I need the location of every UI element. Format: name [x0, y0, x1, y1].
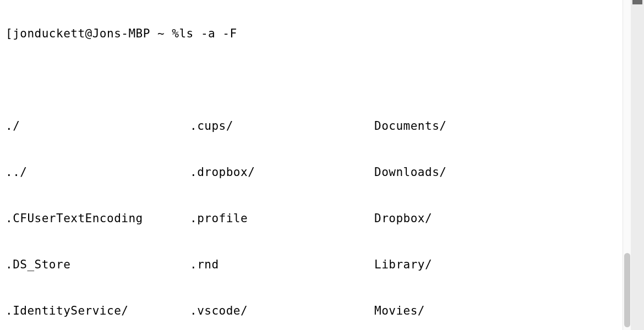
list-item: Downloads/	[374, 164, 559, 180]
ls-column-2: .cups/ .dropbox/ .profile .rnd .vscode/ …	[190, 87, 374, 325]
list-item: .DS_Store	[6, 257, 190, 272]
command-text: ls -a -F	[179, 26, 237, 41]
list-item: .vscode/	[190, 303, 374, 318]
list-item: .CFUserTextEncoding	[6, 211, 190, 226]
panel-icon[interactable]	[632, 0, 642, 4]
list-item: ./	[6, 118, 190, 134]
list-item: .IdentityService/	[6, 303, 190, 318]
prompt-bracket: [	[6, 26, 13, 41]
list-item: .cups/	[190, 118, 374, 134]
list-item: .dropbox/	[190, 164, 374, 180]
list-item: .profile	[190, 211, 374, 226]
prompt-text: jonduckett@Jons-MBP ~ %	[13, 26, 179, 41]
terminal-line-command: [jonduckett@Jons-MBP ~ % ls -a -F	[6, 26, 624, 41]
list-item: .rnd	[190, 257, 374, 272]
list-item: Dropbox/	[374, 211, 559, 226]
list-item: Library/	[374, 257, 559, 272]
terminal-output[interactable]: [jonduckett@Jons-MBP ~ % ls -a -F ./ ../…	[0, 0, 630, 325]
list-item: Documents/	[374, 118, 559, 134]
vertical-scrollbar[interactable]	[623, 0, 631, 330]
list-item: ../	[6, 164, 190, 180]
ls-output: ./ ../ .CFUserTextEncoding .DS_Store .Id…	[6, 87, 624, 325]
list-item: Movies/	[374, 303, 559, 318]
ls-column-3: Documents/ Downloads/ Dropbox/ Library/ …	[374, 87, 559, 325]
right-toolbar	[631, 0, 644, 330]
scrollbar-thumb[interactable]	[624, 253, 630, 327]
ls-column-1: ./ ../ .CFUserTextEncoding .DS_Store .Id…	[6, 87, 190, 325]
